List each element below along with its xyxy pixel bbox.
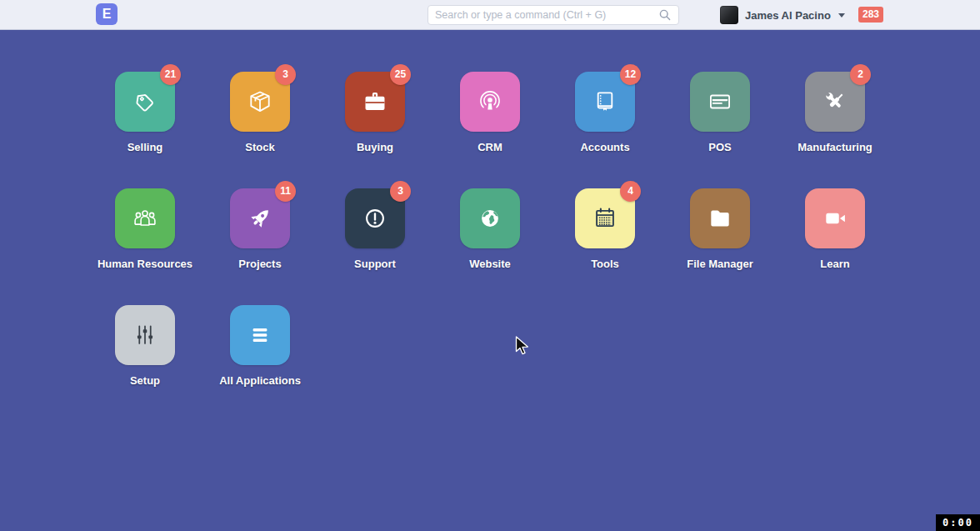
rocket-icon xyxy=(244,203,276,234)
module-tile-stock[interactable]: 3 Stock xyxy=(202,72,318,188)
wrench-screwdriver-icon xyxy=(819,86,851,118)
module-tile-buying[interactable]: 25 Buying xyxy=(318,72,432,188)
module-tile-tools[interactable]: 4 Tools xyxy=(548,188,662,305)
module-label: All Applications xyxy=(219,374,301,387)
module-label: Accounts xyxy=(580,141,629,153)
recording-timer: 0:00 xyxy=(936,514,980,531)
module-tile-all-applications[interactable]: All Applications xyxy=(202,305,318,422)
module-label: Setup xyxy=(130,374,160,387)
module-label: Buying xyxy=(357,141,393,153)
module-label: Website xyxy=(469,258,511,270)
module-notification-badge: 12 xyxy=(620,64,641,85)
top-navbar: E James Al Pacino 283 xyxy=(0,0,980,30)
menu-icon xyxy=(244,319,276,351)
module-label: Learn xyxy=(820,258,849,270)
module-notification-badge: 21 xyxy=(160,64,181,85)
module-tile-website[interactable]: Website xyxy=(432,188,548,305)
user-name: James Al Pacino xyxy=(745,9,831,22)
credit-card-icon xyxy=(704,86,736,118)
briefcase-icon xyxy=(359,86,391,118)
sliders-icon xyxy=(129,319,161,351)
app-logo-letter: E xyxy=(102,7,112,22)
module-tile-support[interactable]: 3 Support xyxy=(318,188,432,305)
module-label: CRM xyxy=(478,141,502,153)
module-label: POS xyxy=(708,141,731,153)
module-tile-pos[interactable]: POS xyxy=(662,72,778,188)
calendar-icon xyxy=(589,203,621,234)
module-tile-projects[interactable]: 11 Projects xyxy=(202,188,318,305)
notification-count-badge[interactable]: 283 xyxy=(858,7,883,23)
module-label: Projects xyxy=(238,258,281,270)
module-notification-badge: 3 xyxy=(390,181,411,202)
chevron-down-icon xyxy=(838,13,845,18)
tag-icon xyxy=(129,86,161,118)
user-menu[interactable]: James Al Pacino xyxy=(720,0,845,30)
module-tile-human-resources[interactable]: Human Resources xyxy=(88,188,202,305)
module-notification-badge: 11 xyxy=(275,181,296,202)
module-label: Tools xyxy=(591,258,619,270)
module-label: File Manager xyxy=(687,258,752,270)
global-search xyxy=(428,5,679,25)
module-notification-badge: 3 xyxy=(275,64,296,85)
module-tile-crm[interactable]: CRM xyxy=(432,72,548,188)
module-label: Selling xyxy=(128,141,163,153)
module-grid: 21 Selling 3 Stock 25 Buying CRM xyxy=(88,72,892,422)
module-tile-manufacturing[interactable]: 2 Manufacturing xyxy=(778,72,892,188)
app-logo[interactable]: E xyxy=(96,3,118,25)
broadcast-person-icon xyxy=(474,86,506,118)
user-avatar xyxy=(720,6,738,24)
ledger-book-icon xyxy=(589,86,621,118)
exclamation-circle-icon xyxy=(359,203,391,234)
module-tile-selling[interactable]: 21 Selling xyxy=(88,72,202,188)
module-tile-setup[interactable]: Setup xyxy=(88,305,202,422)
video-camera-icon xyxy=(819,203,851,234)
module-notification-badge: 25 xyxy=(390,64,411,85)
module-label: Stock xyxy=(245,141,274,153)
folder-icon xyxy=(704,203,736,234)
module-tile-accounts[interactable]: 12 Accounts xyxy=(548,72,662,188)
module-tile-file-manager[interactable]: File Manager xyxy=(662,188,778,305)
module-notification-badge: 2 xyxy=(850,64,871,85)
module-label: Manufacturing xyxy=(798,141,872,153)
desk-home-screen: E James Al Pacino 283 21 Selling xyxy=(0,0,980,531)
globe-icon xyxy=(474,203,506,234)
module-notification-badge: 4 xyxy=(620,181,641,202)
module-label: Support xyxy=(354,258,396,270)
search-icon[interactable] xyxy=(658,8,672,22)
box-icon xyxy=(244,86,276,118)
people-group-icon xyxy=(129,203,161,234)
search-input[interactable] xyxy=(435,9,658,21)
module-tile-learn[interactable]: Learn xyxy=(778,188,892,305)
module-label: Human Resources xyxy=(98,258,192,270)
